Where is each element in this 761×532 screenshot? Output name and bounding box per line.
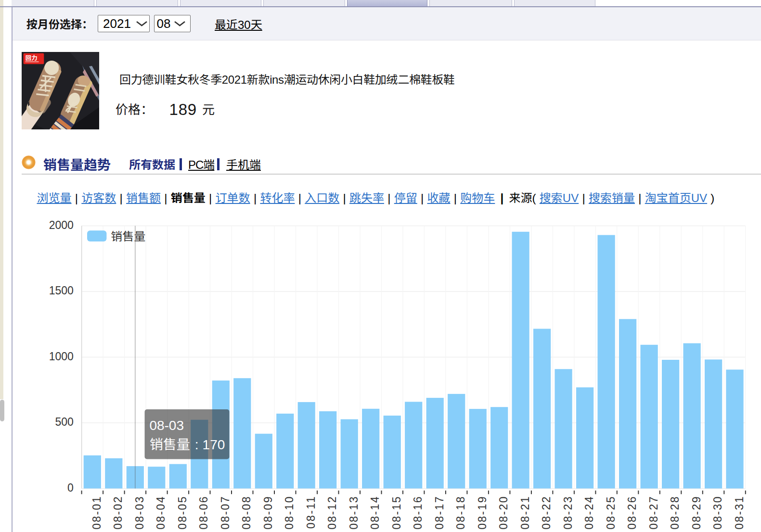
svg-text:08-16: 08-16	[412, 495, 424, 530]
svg-text:08-09: 08-09	[262, 495, 274, 530]
svg-text:销售量:170: 销售量:170	[150, 434, 225, 453]
svg-text:08-25: 08-25	[605, 495, 617, 530]
svg-text:08-28: 08-28	[669, 495, 681, 530]
svg-text:08-08: 08-08	[240, 495, 253, 530]
svg-text:08-23: 08-23	[562, 495, 574, 530]
svg-text:500: 500	[55, 416, 73, 428]
svg-text:08-21: 08-21	[519, 495, 531, 530]
svg-text:0: 0	[67, 481, 74, 494]
svg-text:08-24: 08-24	[583, 495, 595, 530]
svg-text:08-30: 08-30	[711, 495, 724, 530]
svg-text:08-13: 08-13	[348, 495, 360, 530]
svg-text:08-18: 08-18	[454, 495, 467, 530]
svg-text:08-03: 08-03	[133, 495, 146, 530]
svg-text:08-27: 08-27	[647, 495, 660, 530]
svg-text:08-04: 08-04	[155, 495, 167, 530]
svg-text:08-19: 08-19	[476, 495, 489, 530]
svg-text:08-26: 08-26	[626, 495, 638, 530]
svg-text:1500: 1500	[49, 284, 74, 297]
svg-text:08-17: 08-17	[433, 495, 446, 530]
svg-text:08-03: 08-03	[149, 418, 184, 433]
svg-text:08-06: 08-06	[197, 495, 210, 530]
svg-text:销售量: 销售量	[111, 227, 145, 244]
svg-text:08-22: 08-22	[540, 495, 553, 530]
svg-text:08-20: 08-20	[497, 495, 510, 530]
svg-text:08-12: 08-12	[326, 495, 338, 530]
svg-text:08-10: 08-10	[283, 495, 296, 530]
svg-text:08-14: 08-14	[369, 495, 381, 530]
svg-text:08-29: 08-29	[690, 495, 703, 530]
svg-text:08-05: 08-05	[176, 495, 189, 530]
svg-text:08-31: 08-31	[733, 495, 746, 530]
svg-text:08-11: 08-11	[305, 495, 317, 529]
svg-text:1000: 1000	[49, 350, 74, 363]
svg-text:回力: 回力	[26, 53, 38, 62]
svg-text:08-07: 08-07	[219, 495, 232, 530]
svg-text:08-01: 08-01	[90, 495, 103, 530]
svg-text:08-02: 08-02	[112, 495, 124, 530]
svg-text:08-15: 08-15	[390, 495, 403, 530]
svg-text:2000: 2000	[49, 219, 74, 231]
